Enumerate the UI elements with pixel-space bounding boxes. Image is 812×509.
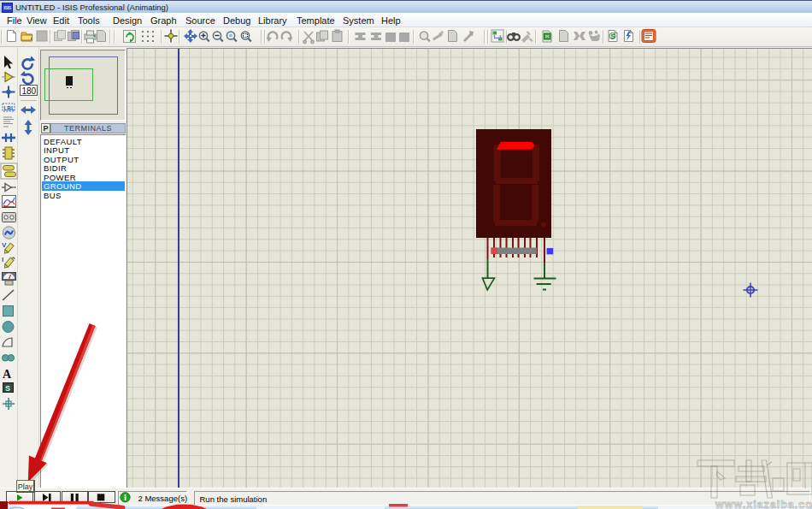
svg-text:www.xiazaiba.com: www.xiazaiba.com	[715, 499, 812, 509]
